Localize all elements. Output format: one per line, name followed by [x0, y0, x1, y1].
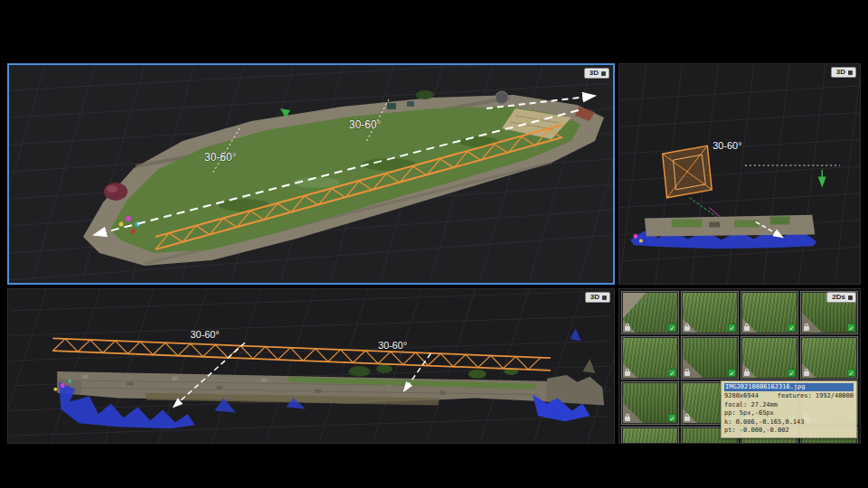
wall-mesh — [57, 359, 604, 405]
badge-menu-icon — [602, 296, 607, 300]
angle-annotation-1: 30-60° — [191, 329, 220, 340]
tooltip-principal-point: pp: 5px,-65px — [724, 409, 854, 418]
lock-icon — [625, 371, 630, 376]
lock-icon — [804, 326, 809, 331]
image-thumbnail[interactable]: ✓ — [621, 291, 679, 334]
image-thumbnail[interactable]: ✓ — [621, 381, 679, 425]
view-mode-badge-front[interactable]: 3D — [585, 292, 610, 303]
view-mode-badge-side[interactable]: 3D — [831, 67, 856, 78]
panel-2d-images[interactable]: ✓ ✓ ✓ ✓ ✓ ✓ ✓ ✓ ✓ ✓ ✓ ✓ ✓ ✓ ✓ ✓ IMG20210… — [618, 288, 861, 444]
tooltip-distortion-pt: pt: -0.000,-0.002 — [724, 427, 854, 435]
badge-menu-icon — [848, 296, 853, 300]
lock-icon — [684, 417, 690, 421]
tooltip-features: features: 1992/40000 — [778, 392, 854, 400]
view-mode-badge-main[interactable]: 3D — [584, 68, 609, 79]
camera-frustum — [663, 145, 720, 216]
camera-path-truss — [52, 338, 551, 371]
viewport-3d-side[interactable]: 30-60° 3D — [618, 63, 861, 285]
viewport-3d-front[interactable]: 30-60° 30-60° 3D — [7, 288, 615, 444]
check-icon: ✓ — [668, 324, 676, 332]
lock-icon — [684, 371, 690, 376]
image-thumbnail[interactable]: ✓ — [741, 336, 798, 380]
check-icon: ✓ — [668, 369, 676, 377]
check-icon: ✓ — [847, 369, 855, 377]
check-icon: ✓ — [788, 324, 796, 332]
front-3d-scene[interactable]: 30-60° 30-60° — [8, 289, 614, 443]
angle-annotation-2: 30-60° — [349, 118, 382, 131]
main-3d-scene[interactable]: 30-60° 30-60° — [9, 65, 613, 283]
tooltip-distortion-k: k: 0.086,-0.165,0.143 — [724, 418, 854, 427]
view-mode-badge-2ds[interactable]: 2Ds — [826, 292, 856, 303]
angle-annotation-2: 30-60° — [378, 340, 407, 351]
angle-annotation-1: 30-60° — [712, 140, 741, 151]
viewport-3d-main[interactable]: 30-60° 30-60° 3D — [7, 63, 615, 285]
lock-icon — [625, 417, 630, 421]
badge-menu-icon — [601, 71, 606, 76]
tooltip-focal: focal: 27.24mm — [724, 401, 854, 409]
side-3d-scene[interactable]: 30-60° — [619, 64, 860, 284]
badge-label: 3D — [590, 70, 599, 77]
tooltip-filename: IMG20210806162316.jpg — [724, 383, 854, 391]
ground-grid — [619, 64, 860, 284]
badge-menu-icon — [848, 70, 853, 75]
lock-icon — [684, 326, 690, 331]
image-thumbnail[interactable]: ✓ — [800, 336, 858, 380]
image-thumbnail[interactable]: ✓ — [681, 291, 739, 334]
image-thumbnail[interactable]: ✓ — [741, 291, 798, 334]
angle-annotation-1: 30-60° — [204, 151, 237, 164]
lock-icon — [804, 371, 809, 376]
lock-icon — [625, 326, 630, 331]
badge-label: 2Ds — [832, 294, 845, 301]
lock-icon — [744, 371, 750, 376]
check-icon: ✓ — [728, 324, 736, 332]
badge-label: 3D — [590, 294, 599, 301]
image-thumbnail[interactable]: ✓ — [621, 427, 679, 444]
reconstruction-strip — [630, 215, 816, 249]
check-icon: ✓ — [668, 414, 676, 422]
check-icon: ✓ — [728, 369, 736, 377]
badge-label: 3D — [836, 69, 845, 76]
tooltip-resolution: 9280x6944 — [724, 392, 759, 400]
image-thumbnail[interactable]: ✓ — [621, 336, 679, 380]
image-thumbnail[interactable]: ✓ — [681, 336, 739, 380]
image-info-tooltip: IMG20210806162316.jpg 9280x6944 features… — [721, 380, 857, 438]
tooltip-resolution-row: 9280x6944 features: 1992/40000 — [724, 392, 854, 400]
application-window: 30-60° 30-60° 3D — [0, 0, 868, 488]
check-icon: ✓ — [788, 369, 796, 377]
check-icon: ✓ — [847, 324, 855, 332]
lock-icon — [744, 326, 750, 331]
garden-mesh — [83, 90, 604, 266]
